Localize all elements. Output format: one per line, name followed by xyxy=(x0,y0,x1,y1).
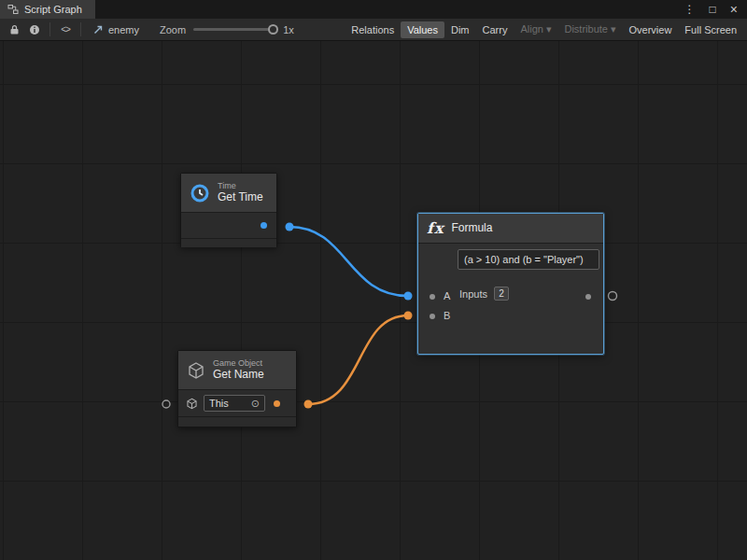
node-formula-header[interactable]: fx Formula xyxy=(418,214,603,244)
tab-label: Script Graph xyxy=(24,4,82,15)
node-category: Time xyxy=(218,181,263,191)
tab-script-graph[interactable]: Script Graph xyxy=(0,0,95,19)
node-footer xyxy=(178,417,296,427)
zoom-label: Zoom xyxy=(160,24,186,35)
zoom-slider[interactable] xyxy=(193,28,275,31)
cube-icon-small xyxy=(186,398,198,410)
overview-button[interactable]: Overview xyxy=(623,21,679,38)
toolbar-separator xyxy=(49,22,50,36)
node-title: Get Name xyxy=(213,368,264,382)
target-value: This xyxy=(209,398,229,409)
get-time-output-port[interactable] xyxy=(261,222,267,229)
graph-breadcrumb[interactable]: enemy xyxy=(86,24,147,35)
fx-icon: fx xyxy=(427,219,444,237)
formula-port-a-label: A xyxy=(444,290,450,301)
clock-icon xyxy=(190,183,210,203)
fullscreen-button[interactable]: Full Screen xyxy=(678,21,743,38)
dim-button[interactable]: Dim xyxy=(444,21,476,38)
formula-inputs-row: Inputs 2 xyxy=(459,287,509,301)
zoom-slider-handle[interactable] xyxy=(268,24,278,35)
formula-port-a-dot[interactable] xyxy=(430,294,435,300)
graph-canvas[interactable] xyxy=(0,41,747,560)
lock-icon[interactable] xyxy=(4,21,24,39)
inputs-label: Inputs xyxy=(459,288,487,300)
node-get-time-header[interactable]: Time Get Time xyxy=(181,174,276,213)
inputs-count-field[interactable]: 2 xyxy=(494,287,509,301)
node-get-time[interactable]: Time Get Time xyxy=(180,173,277,247)
window-maximize-button[interactable]: □ xyxy=(710,4,716,15)
node-formula[interactable]: fx Formula (a > 10) and (b = "Player") I… xyxy=(417,213,604,355)
toolbar: <> enemy Zoom 1x Relations Values Dim Ca… xyxy=(0,19,747,41)
values-button[interactable]: Values xyxy=(401,21,444,38)
script-graph-icon xyxy=(7,4,19,15)
node-get-name-header[interactable]: Game Object Get Name xyxy=(178,351,296,390)
node-get-name[interactable]: Game Object Get Name This ⊙ xyxy=(177,350,297,427)
graph-name: enemy xyxy=(108,24,139,35)
target-picker-icon[interactable]: ⊙ xyxy=(251,399,260,409)
window-controls: ⋮ □ × xyxy=(684,3,747,16)
node-title: Get Time xyxy=(218,190,263,204)
target-dropdown[interactable]: This ⊙ xyxy=(204,395,265,412)
info-icon[interactable] xyxy=(24,21,45,39)
graph-asset-icon xyxy=(93,24,104,35)
node-title: Formula xyxy=(451,221,492,235)
formula-port-b-dot[interactable] xyxy=(430,314,435,319)
relations-button[interactable]: Relations xyxy=(345,21,401,38)
node-get-name-body: This ⊙ xyxy=(178,390,296,417)
node-get-time-body xyxy=(181,213,276,239)
cube-icon xyxy=(187,361,205,380)
distribute-button[interactable]: Distribute ▾ xyxy=(557,21,622,38)
code-icon[interactable]: <> xyxy=(55,21,76,39)
formula-expression-input[interactable]: (a > 10) and (b = "Player") xyxy=(458,249,599,270)
window-menu-button[interactable]: ⋮ xyxy=(684,4,696,15)
toolbar-buttons: Relations Values Dim Carry Align ▾ Distr… xyxy=(345,21,743,38)
get-name-output-port[interactable] xyxy=(274,400,280,407)
node-category: Game Object xyxy=(213,358,264,369)
toolbar-separator xyxy=(80,22,81,36)
formula-port-b-label: B xyxy=(444,310,450,321)
window-close-button[interactable]: × xyxy=(730,3,738,16)
zoom-value: 1x xyxy=(283,24,294,35)
formula-output-dot[interactable] xyxy=(585,294,591,300)
window-titlebar: Script Graph ⋮ □ × xyxy=(0,0,747,19)
node-footer xyxy=(181,239,276,247)
script-graph-window: Script Graph ⋮ □ × <> xyxy=(0,0,747,560)
align-button[interactable]: Align ▾ xyxy=(514,21,557,38)
carry-button[interactable]: Carry xyxy=(476,21,514,38)
